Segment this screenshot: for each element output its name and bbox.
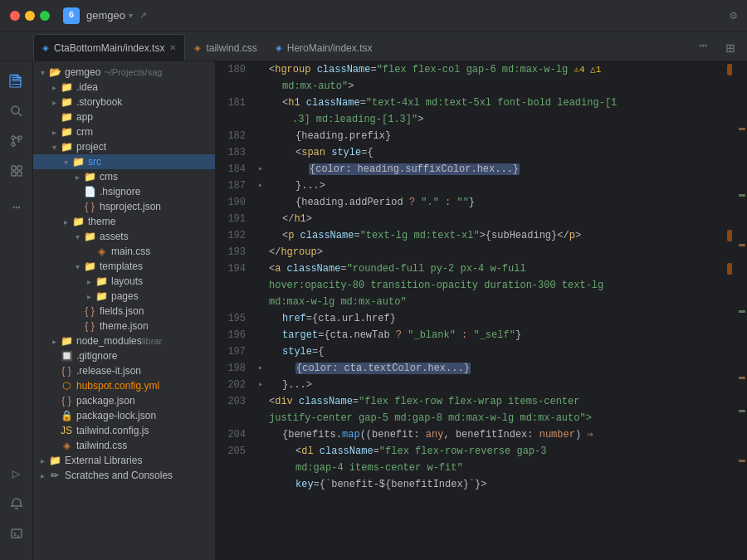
tree-item-nodemodules[interactable]: ▸ 📁 node_modules librar bbox=[33, 334, 215, 348]
fold-gutter[interactable]: ▸ bbox=[252, 161, 269, 178]
code-line-195: 195 href={cta.url.href} bbox=[216, 310, 735, 327]
svg-line-6 bbox=[18, 113, 22, 116]
code-content[interactable]: <span style={ bbox=[269, 144, 727, 161]
svg-rect-10 bbox=[12, 166, 16, 170]
git-file-icon: 🔲 bbox=[60, 350, 73, 362]
tab-cta[interactable]: ◈ CtaBottomMain/index.tsx ✕ bbox=[33, 34, 185, 61]
fold-gutter[interactable]: ▸ bbox=[252, 178, 269, 194]
tree-item-cms[interactable]: ▸ 📁 cms bbox=[33, 169, 215, 184]
scrollbar[interactable] bbox=[735, 61, 747, 560]
line-number: 181 bbox=[216, 95, 252, 111]
svg-point-9 bbox=[12, 143, 15, 146]
code-content[interactable]: {heading.addPeriod ? "." : ""} bbox=[269, 194, 727, 211]
tree-item-idea[interactable]: ▸ 📁 .idea bbox=[33, 80, 215, 95]
gutter bbox=[252, 78, 269, 95]
code-content[interactable]: }...> bbox=[269, 377, 727, 393]
tree-item-scratches[interactable]: ▸ ✏ Scratches and Consoles bbox=[33, 468, 215, 483]
code-content[interactable]: <dl className="flex flex-row-reverse gap… bbox=[269, 443, 727, 460]
code-content[interactable]: </hgroup> bbox=[269, 244, 727, 261]
code-content[interactable]: href={cta.url.href} bbox=[269, 310, 727, 327]
gutter bbox=[252, 61, 269, 78]
settings-icon[interactable]: ⚙ bbox=[730, 8, 737, 22]
line-number: 198 bbox=[216, 360, 252, 377]
tree-item-templates[interactable]: ▾ 📁 templates bbox=[33, 259, 215, 274]
tab-close-icon[interactable]: ✕ bbox=[169, 43, 176, 52]
plugins-icon[interactable] bbox=[3, 158, 30, 184]
file-tree: ▾ 📂 gemgeo ~/Projects/sag ▸ 📁 .idea ▸ 📁 … bbox=[33, 61, 216, 560]
tree-item-storybook[interactable]: ▸ 📁 .storybook bbox=[33, 95, 215, 110]
tree-item-hubspot[interactable]: ▸ ⬡ hubspot.config.yml bbox=[33, 378, 215, 393]
run-icon[interactable]: ▷ bbox=[3, 460, 30, 487]
activity-bar: ⋯ ▷ bbox=[0, 61, 33, 560]
tree-item-layouts[interactable]: ▸ 📁 layouts bbox=[33, 274, 215, 289]
code-line-192: 192 <p className="text-lg md:text-xl">{s… bbox=[216, 227, 735, 244]
tab-hero[interactable]: ◈ HeroMain/index.tsx bbox=[266, 34, 382, 61]
line-number bbox=[216, 111, 252, 128]
tree-item-project[interactable]: ▾ 📁 project bbox=[33, 139, 215, 154]
tab-tailwind[interactable]: ◈ tailwind.css bbox=[185, 34, 266, 61]
git-icon[interactable] bbox=[3, 128, 30, 154]
maximize-button[interactable] bbox=[40, 11, 50, 21]
tsx-icon2: ◈ bbox=[276, 43, 282, 52]
code-line-205b: md:gap-4 items-center w-fit" bbox=[216, 460, 735, 476]
sidebar-toggle-icon[interactable]: ⊞ bbox=[726, 39, 735, 57]
code-content[interactable]: {color: cta.textColor.hex...} bbox=[269, 360, 727, 377]
scroll-marker-7 bbox=[739, 460, 745, 462]
tree-item-packagelock[interactable]: ▸ 🔒 package-lock.json bbox=[33, 408, 215, 423]
tree-item-gemgeo[interactable]: ▾ 📂 gemgeo ~/Projects/sag bbox=[33, 65, 215, 80]
folder-icon: 📁 bbox=[60, 126, 73, 138]
code-content[interactable]: </h1> bbox=[269, 211, 727, 227]
gutter bbox=[252, 144, 269, 161]
code-content[interactable]: style={ bbox=[269, 343, 727, 360]
tree-item-maincss[interactable]: ▸ ◈ main.css bbox=[33, 244, 215, 259]
files-icon[interactable] bbox=[3, 68, 30, 95]
tree-item-releaseit[interactable]: ▸ { } .release-it.json bbox=[33, 363, 215, 378]
fold-gutter[interactable]: ▸ bbox=[252, 377, 269, 393]
search-icon[interactable] bbox=[3, 98, 30, 124]
line-number: 180 bbox=[216, 61, 252, 78]
code-content[interactable]: <hgroup className="flex flex-col gap-6 m… bbox=[269, 61, 727, 78]
tree-item-fieldsjson[interactable]: ▸ { } fields.json bbox=[33, 304, 215, 319]
gutter bbox=[252, 460, 269, 476]
terminal-icon[interactable] bbox=[3, 520, 30, 547]
tree-item-src[interactable]: ▾ 📁 src bbox=[33, 154, 215, 169]
tree-item-themejson[interactable]: ▸ { } theme.json bbox=[33, 319, 215, 334]
code-content[interactable]: <div className="flex flex-row flex-wrap … bbox=[269, 393, 727, 410]
gutter bbox=[252, 261, 269, 277]
tree-item-theme[interactable]: ▸ 📁 theme bbox=[33, 214, 215, 229]
tree-item-assets[interactable]: ▾ 📁 assets bbox=[33, 229, 215, 244]
tree-item-tailwindcss[interactable]: ▸ ◈ tailwind.css bbox=[33, 438, 215, 453]
tree-item-external-libraries[interactable]: ▸ 📁 External Libraries bbox=[33, 453, 215, 468]
code-content: justify-center gap-5 md:gap-8 md:max-w-l… bbox=[269, 410, 727, 426]
folder-icon: 📁 bbox=[83, 231, 96, 242]
minimize-button[interactable] bbox=[25, 11, 35, 21]
code-line-194: 194 <a className="rounded-full py-2 px-4… bbox=[216, 261, 735, 277]
tree-item-app[interactable]: ▸ 📁 app bbox=[33, 110, 215, 124]
code-content[interactable]: }...> bbox=[269, 178, 727, 194]
tree-item-pages[interactable]: ▸ 📁 pages bbox=[33, 289, 215, 304]
line-number bbox=[216, 294, 252, 310]
tree-item-hsproject[interactable]: ▸ { } hsproject.json bbox=[33, 199, 215, 214]
code-content[interactable]: target={cta.newTab ? "_blank" : "_self"} bbox=[269, 327, 727, 343]
code-line-205c: key={`benefit-${benefitIndex}`}> bbox=[216, 476, 735, 493]
fold-gutter[interactable]: ▸ bbox=[252, 360, 269, 377]
folder-icon: 📂 bbox=[48, 66, 61, 78]
code-content[interactable]: {heading.prefix} bbox=[269, 128, 727, 144]
tree-item-package[interactable]: ▸ { } package.json bbox=[33, 393, 215, 408]
code-content[interactable]: <p className="text-lg md:text-xl">{subHe… bbox=[269, 227, 727, 244]
tree-item-crm[interactable]: ▸ 📁 crm bbox=[33, 124, 215, 139]
close-button[interactable] bbox=[10, 11, 20, 21]
more-icon[interactable]: ⋯ bbox=[3, 194, 30, 221]
json-icon2: { } bbox=[83, 320, 96, 332]
code-content[interactable]: {benefits.map((benefit: any, benefitInde… bbox=[269, 426, 727, 443]
svg-rect-13 bbox=[17, 172, 22, 176]
tab-more-button[interactable]: ⋯ bbox=[692, 37, 714, 54]
tree-item-gitignore[interactable]: ▸ 🔲 .gitignore bbox=[33, 348, 215, 363]
notifications-icon[interactable] bbox=[3, 490, 30, 517]
traffic-lights bbox=[10, 11, 50, 21]
tree-item-tailwindconfig[interactable]: ▸ JS tailwind.config.js bbox=[33, 423, 215, 438]
code-content[interactable]: <h1 className="text-4xl md:text-5xl font… bbox=[269, 95, 727, 111]
code-content[interactable]: <a className="rounded-full py-2 px-4 w-f… bbox=[269, 261, 727, 277]
tree-item-hsignore[interactable]: ▸ 📄 .hsignore bbox=[33, 184, 215, 199]
code-content[interactable]: {color: heading.suffixColor.hex...} bbox=[269, 161, 727, 178]
